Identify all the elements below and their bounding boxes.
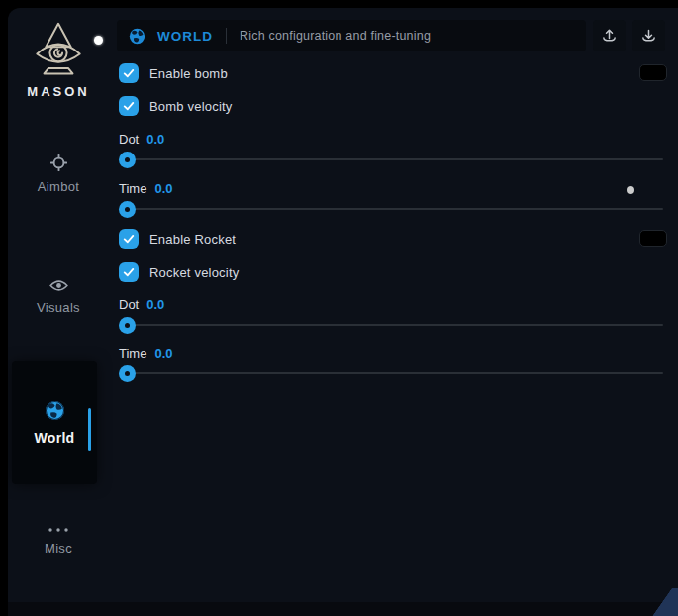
checkbox-row-bomb-velocity: Bomb velocity [119,96,667,116]
slider-rocket-time: Time 0.0 [119,345,663,374]
checkmark-icon [122,265,136,279]
checkbox-label: Enable bomb [149,66,228,81]
slider-label-row: Dot 0.0 [119,131,663,147]
slider-bomb-dot: Dot 0.0 [119,131,663,160]
section-header: WORLD Rich configuration and fine-tuning [117,20,665,51]
header-divider [226,28,227,44]
download-icon [641,29,656,44]
sidebar: MASON Aimbot Visuals World [8,8,117,616]
slider-thumb[interactable] [119,317,136,334]
ellipsis-icon [48,527,69,533]
slider-thumb[interactable] [119,152,136,168]
eye-icon [49,279,68,292]
slider-track[interactable] [119,372,663,374]
checkbox-row-rocket-velocity: Rocket velocity [119,262,667,282]
slider-label: Dot [119,132,139,147]
page-subtitle: Rich configuration and fine-tuning [240,29,431,43]
checkbox-row-enable-rocket: Enable Rocket [119,229,667,249]
slider-bomb-time: Time 0.0 [119,180,663,210]
sidebar-item-visuals[interactable]: Visuals [8,279,109,315]
slider-value: 0.0 [154,346,172,360]
slider-thumb[interactable] [119,365,136,382]
slider-label-row: Time 0.0 [119,180,663,196]
rocket-velocity-checkbox[interactable] [119,262,139,282]
slider-value: 0.0 [154,181,172,196]
upload-icon [602,29,617,44]
sidebar-item-world[interactable]: World [12,361,97,484]
sidebar-item-label: Visuals [37,300,80,315]
globe-icon [45,400,65,421]
slider-track[interactable] [119,208,663,210]
slider-label: Time [119,181,146,196]
sidebar-item-aimbot[interactable]: Aimbot [8,154,109,194]
sidebar-item-label: World [35,430,75,446]
slider-track[interactable] [119,158,663,160]
slider-rocket-dot: Dot 0.0 [119,296,663,326]
enable-bomb-checkbox[interactable] [119,63,139,83]
mason-logo: MASON [8,22,109,99]
main-panel: WORLD Rich configuration and fine-tuning [117,8,665,616]
slider-label: Dot [119,297,139,312]
bomb-color-swatch[interactable] [639,64,667,81]
cursor-dot [94,36,103,45]
checkmark-icon [122,66,136,80]
all-seeing-eye-logo-icon [30,22,87,77]
page-title: WORLD [157,29,213,44]
logo-text: MASON [8,84,109,99]
download-config-button[interactable] [632,20,665,51]
checkmark-icon [122,232,136,246]
section-header-bar: WORLD Rich configuration and fine-tuning [117,20,586,51]
cursor-dot-secondary [627,186,634,194]
checkbox-row-enable-bomb: Enable bomb [119,63,667,83]
checkmark-icon [122,99,136,113]
slider-thumb[interactable] [119,201,136,218]
crosshair-icon [50,154,67,171]
sidebar-item-label: Misc [45,541,72,556]
slider-track[interactable] [119,324,663,326]
app-window: MASON Aimbot Visuals World [8,8,678,616]
checkbox-label: Enable Rocket [149,232,236,247]
upload-config-button[interactable] [593,20,626,51]
bottom-strip [8,602,678,616]
slider-value: 0.0 [146,132,164,147]
sidebar-item-label: Aimbot [38,179,79,194]
checkbox-label: Rocket velocity [149,265,239,280]
slider-label-row: Time 0.0 [119,345,663,360]
globe-icon [129,28,145,45]
slider-label-row: Dot 0.0 [119,296,663,312]
enable-rocket-checkbox[interactable] [119,229,139,249]
slider-label: Time [119,346,146,360]
active-indicator-bar [88,408,91,451]
sidebar-item-misc[interactable]: Misc [8,527,109,556]
bomb-velocity-checkbox[interactable] [119,96,139,116]
rocket-color-swatch[interactable] [639,230,667,247]
checkbox-label: Bomb velocity [149,99,233,114]
corner-background-glow [640,588,678,616]
slider-value: 0.0 [146,297,164,312]
